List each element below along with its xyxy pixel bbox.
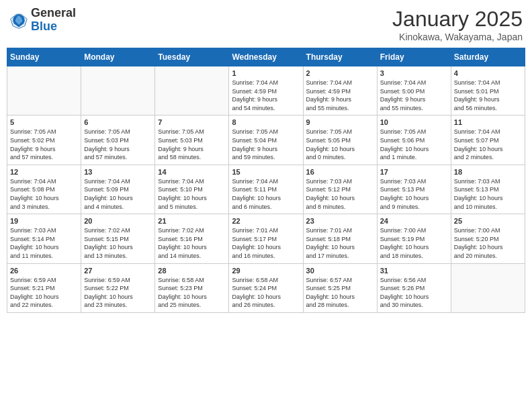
day-header-saturday: Saturday (451, 48, 525, 66)
day-number: 18 (454, 168, 522, 176)
week-row-5: 26Sunrise: 6:59 AMSunset: 5:21 PMDayligh… (7, 263, 525, 312)
day-cell: 20Sunrise: 7:02 AMSunset: 5:15 PMDayligh… (81, 214, 155, 263)
day-number: 27 (84, 267, 152, 275)
calendar-table: SundayMondayTuesdayWednesdayThursdayFrid… (7, 48, 525, 313)
day-cell: 11Sunrise: 7:04 AMSunset: 5:07 PMDayligh… (451, 116, 525, 165)
day-number: 10 (380, 118, 448, 126)
day-cell: 29Sunrise: 6:58 AMSunset: 5:24 PMDayligh… (229, 263, 303, 312)
day-info: Sunrise: 7:03 AMSunset: 5:13 PMDaylight:… (454, 177, 522, 211)
day-info: Sunrise: 6:58 AMSunset: 5:24 PMDaylight:… (232, 276, 300, 310)
day-info: Sunrise: 7:02 AMSunset: 5:15 PMDaylight:… (84, 226, 152, 260)
day-number: 29 (232, 267, 300, 275)
day-cell: 4Sunrise: 7:04 AMSunset: 5:01 PMDaylight… (451, 66, 525, 116)
day-cell: 30Sunrise: 6:57 AMSunset: 5:25 PMDayligh… (303, 263, 377, 312)
page-header: General Blue January 2025 Kinokawa, Waka… (7, 7, 525, 42)
calendar-header: SundayMondayTuesdayWednesdayThursdayFrid… (7, 48, 525, 66)
day-header-monday: Monday (81, 48, 155, 66)
day-number: 22 (232, 217, 300, 225)
logo-blue: Blue (31, 19, 57, 33)
day-number: 12 (10, 168, 78, 176)
day-info: Sunrise: 7:00 AMSunset: 5:19 PMDaylight:… (380, 226, 448, 260)
day-cell (81, 66, 155, 116)
day-info: Sunrise: 7:04 AMSunset: 5:11 PMDaylight:… (232, 177, 300, 211)
day-info: Sunrise: 7:05 AMSunset: 5:06 PMDaylight:… (380, 128, 448, 161)
day-cell (451, 263, 525, 312)
day-info: Sunrise: 7:03 AMSunset: 5:12 PMDaylight:… (306, 177, 374, 211)
header-row: SundayMondayTuesdayWednesdayThursdayFrid… (7, 48, 525, 66)
day-cell: 5Sunrise: 7:05 AMSunset: 5:02 PMDaylight… (7, 116, 81, 165)
week-row-3: 12Sunrise: 7:04 AMSunset: 5:08 PMDayligh… (7, 165, 525, 214)
day-info: Sunrise: 7:00 AMSunset: 5:20 PMDaylight:… (454, 226, 522, 260)
day-cell: 23Sunrise: 7:01 AMSunset: 5:18 PMDayligh… (303, 214, 377, 263)
day-number: 19 (10, 217, 78, 225)
day-info: Sunrise: 6:58 AMSunset: 5:23 PMDaylight:… (158, 276, 226, 310)
week-row-2: 5Sunrise: 7:05 AMSunset: 5:02 PMDaylight… (7, 116, 525, 165)
day-number: 15 (232, 168, 300, 176)
day-info: Sunrise: 6:56 AMSunset: 5:26 PMDaylight:… (380, 276, 448, 310)
day-number: 26 (10, 267, 78, 275)
day-info: Sunrise: 7:05 AMSunset: 5:03 PMDaylight:… (84, 128, 152, 161)
day-number: 14 (158, 168, 226, 176)
day-cell: 7Sunrise: 7:05 AMSunset: 5:03 PMDaylight… (155, 116, 229, 165)
day-info: Sunrise: 7:05 AMSunset: 5:04 PMDaylight:… (232, 128, 300, 161)
day-info: Sunrise: 7:04 AMSunset: 5:07 PMDaylight:… (454, 128, 522, 161)
week-row-1: 1Sunrise: 7:04 AMSunset: 4:59 PMDaylight… (7, 66, 525, 116)
day-cell: 8Sunrise: 7:05 AMSunset: 5:04 PMDaylight… (229, 116, 303, 165)
day-info: Sunrise: 6:59 AMSunset: 5:21 PMDaylight:… (10, 276, 78, 310)
day-info: Sunrise: 7:04 AMSunset: 5:10 PMDaylight:… (158, 177, 226, 211)
day-cell (7, 66, 81, 116)
calendar-body: 1Sunrise: 7:04 AMSunset: 4:59 PMDaylight… (7, 66, 525, 313)
logo-text: General Blue (31, 7, 76, 34)
day-cell: 10Sunrise: 7:05 AMSunset: 5:06 PMDayligh… (377, 116, 451, 165)
day-number: 24 (380, 217, 448, 225)
day-cell: 19Sunrise: 7:03 AMSunset: 5:14 PMDayligh… (7, 214, 81, 263)
day-number: 3 (380, 69, 448, 77)
day-info: Sunrise: 7:04 AMSunset: 4:59 PMDaylight:… (306, 79, 374, 112)
day-cell: 3Sunrise: 7:04 AMSunset: 5:00 PMDaylight… (377, 66, 451, 116)
day-header-sunday: Sunday (7, 48, 81, 66)
day-header-tuesday: Tuesday (155, 48, 229, 66)
day-number: 2 (306, 69, 374, 77)
day-cell: 22Sunrise: 7:01 AMSunset: 5:17 PMDayligh… (229, 214, 303, 263)
day-number: 4 (454, 69, 522, 77)
day-number: 11 (454, 118, 522, 126)
day-info: Sunrise: 7:05 AMSunset: 5:02 PMDaylight:… (10, 128, 78, 161)
day-header-friday: Friday (377, 48, 451, 66)
day-info: Sunrise: 7:04 AMSunset: 4:59 PMDaylight:… (232, 79, 300, 112)
day-cell: 9Sunrise: 7:05 AMSunset: 5:05 PMDaylight… (303, 116, 377, 165)
day-info: Sunrise: 7:04 AMSunset: 5:09 PMDaylight:… (84, 177, 152, 211)
location: Kinokawa, Wakayama, Japan (392, 32, 523, 42)
month-title: January 2025 (392, 7, 523, 32)
day-cell: 28Sunrise: 6:58 AMSunset: 5:23 PMDayligh… (155, 263, 229, 312)
day-number: 28 (158, 267, 226, 275)
day-cell: 17Sunrise: 7:03 AMSunset: 5:13 PMDayligh… (377, 165, 451, 214)
day-info: Sunrise: 7:01 AMSunset: 5:17 PMDaylight:… (232, 226, 300, 260)
day-header-thursday: Thursday (303, 48, 377, 66)
day-number: 30 (306, 267, 374, 275)
day-cell: 26Sunrise: 6:59 AMSunset: 5:21 PMDayligh… (7, 263, 81, 312)
day-info: Sunrise: 7:05 AMSunset: 5:03 PMDaylight:… (158, 128, 226, 161)
day-info: Sunrise: 6:57 AMSunset: 5:25 PMDaylight:… (306, 276, 374, 310)
day-number: 7 (158, 118, 226, 126)
day-number: 1 (232, 69, 300, 77)
day-cell: 27Sunrise: 6:59 AMSunset: 5:22 PMDayligh… (81, 263, 155, 312)
week-row-4: 19Sunrise: 7:03 AMSunset: 5:14 PMDayligh… (7, 214, 525, 263)
day-number: 16 (306, 168, 374, 176)
day-info: Sunrise: 6:59 AMSunset: 5:22 PMDaylight:… (84, 276, 152, 310)
day-cell: 14Sunrise: 7:04 AMSunset: 5:10 PMDayligh… (155, 165, 229, 214)
day-cell: 21Sunrise: 7:02 AMSunset: 5:16 PMDayligh… (155, 214, 229, 263)
logo: General Blue (9, 7, 76, 34)
day-cell: 24Sunrise: 7:00 AMSunset: 5:19 PMDayligh… (377, 214, 451, 263)
day-info: Sunrise: 7:01 AMSunset: 5:18 PMDaylight:… (306, 226, 374, 260)
day-number: 8 (232, 118, 300, 126)
day-cell (155, 66, 229, 116)
day-info: Sunrise: 7:04 AMSunset: 5:08 PMDaylight:… (10, 177, 78, 211)
day-number: 23 (306, 217, 374, 225)
day-cell: 16Sunrise: 7:03 AMSunset: 5:12 PMDayligh… (303, 165, 377, 214)
day-cell: 18Sunrise: 7:03 AMSunset: 5:13 PMDayligh… (451, 165, 525, 214)
day-info: Sunrise: 7:04 AMSunset: 5:01 PMDaylight:… (454, 79, 522, 112)
day-number: 9 (306, 118, 374, 126)
day-number: 31 (380, 267, 448, 275)
day-info: Sunrise: 7:04 AMSunset: 5:00 PMDaylight:… (380, 79, 448, 112)
day-cell: 31Sunrise: 6:56 AMSunset: 5:26 PMDayligh… (377, 263, 451, 312)
